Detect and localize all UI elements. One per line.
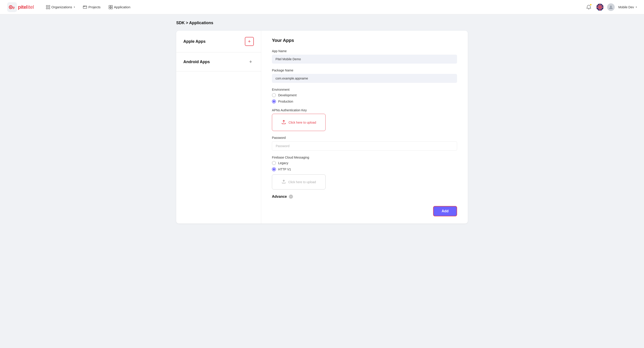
language-flag[interactable]	[596, 4, 604, 11]
projects-icon	[83, 5, 87, 9]
radio-legacy[interactable]: Legacy	[272, 161, 457, 165]
password-group: Password	[272, 136, 457, 151]
apns-group: APNs Authentication Key Click here to up…	[272, 108, 457, 131]
form-area: Your Apps App Name Package Name Environm…	[261, 31, 468, 224]
nav-item-organizations[interactable]: Organizations ▾	[43, 3, 78, 11]
password-input[interactable]	[272, 141, 457, 151]
svg-point-2	[10, 7, 12, 8]
radio-circle-legacy	[272, 161, 276, 165]
radio-development[interactable]: Development	[272, 93, 457, 97]
svg-rect-5	[46, 8, 48, 9]
radio-production[interactable]: Production	[272, 99, 457, 103]
radio-label-legacy: Legacy	[278, 161, 288, 165]
fcm-upload-text: Click here to upload	[288, 180, 316, 184]
nav-label-application: Application	[114, 5, 130, 9]
content-area: Apple Apps + Android Apps + Your Apps Ap…	[176, 31, 468, 224]
password-label: Password	[272, 136, 457, 139]
sidebar-item-apple-apps[interactable]: Apple Apps +	[176, 31, 261, 52]
fcm-upload-icon	[282, 179, 286, 185]
form-footer: Add	[272, 206, 457, 216]
apple-apps-add-button[interactable]: +	[245, 37, 254, 46]
notification-button[interactable]	[585, 3, 593, 11]
breadcrumb: SDK > Applications	[176, 21, 468, 25]
organizations-icon	[46, 5, 50, 9]
nav-item-application[interactable]: Application	[106, 3, 134, 11]
app-name-label: App Name	[272, 49, 457, 53]
apns-upload-box[interactable]: Click here to upload	[272, 114, 326, 131]
svg-text:p: p	[13, 6, 15, 9]
svg-rect-4	[46, 5, 48, 7]
apns-upload-text: Click here to upload	[288, 121, 316, 124]
svg-rect-12	[109, 5, 110, 7]
advance-label: Advance	[272, 195, 287, 199]
svg-rect-7	[48, 8, 50, 9]
add-submit-button[interactable]: Add	[433, 206, 457, 216]
environment-radio-group: Development Production	[272, 93, 457, 103]
organizations-chevron: ▾	[74, 6, 75, 8]
nav-label-projects: Projects	[88, 5, 100, 9]
nav-label-organizations: Organizations	[52, 5, 72, 9]
advance-info-icon[interactable]	[289, 194, 293, 199]
sidebar-item-android-apps[interactable]: Android Apps +	[176, 52, 261, 71]
logo-suffix: itel	[28, 4, 34, 10]
page: SDK > Applications Apple Apps + Android …	[166, 14, 478, 230]
app-name-group: App Name	[272, 49, 457, 64]
android-apps-label: Android Apps	[183, 60, 210, 64]
apns-upload-icon	[281, 119, 286, 125]
radio-label-production: Production	[278, 100, 293, 103]
radio-circle-http-v1	[272, 167, 276, 171]
logo[interactable]: p pitel itel	[7, 2, 34, 12]
nav-right: Mobile Dev ▾	[585, 3, 637, 11]
svg-rect-15	[111, 8, 112, 9]
radio-circle-development	[272, 93, 276, 97]
plus-icon-red: +	[248, 39, 251, 44]
user-name: Mobile Dev	[618, 5, 634, 9]
radio-http-v1[interactable]: HTTP V1	[272, 167, 457, 171]
user-menu[interactable]: Mobile Dev ▾	[618, 5, 637, 9]
user-menu-chevron: ▾	[636, 6, 637, 8]
nav-item-projects[interactable]: Projects	[80, 3, 104, 11]
radio-label-development: Development	[278, 93, 297, 97]
form-title: Your Apps	[272, 38, 457, 43]
advance-row: Advance	[272, 194, 457, 199]
svg-point-19	[291, 196, 291, 196]
package-name-group: Package Name	[272, 69, 457, 83]
apple-apps-label: Apple Apps	[183, 39, 206, 44]
fcm-label: Firebase Cloud Messaging	[272, 156, 457, 159]
svg-point-10	[84, 6, 84, 7]
app-name-input[interactable]	[272, 55, 457, 64]
nav-items: Organizations ▾ Projects	[43, 3, 585, 11]
navbar: p pitel itel Organizations ▾	[0, 0, 644, 14]
fcm-upload-box[interactable]: Click here to upload	[272, 175, 326, 190]
user-avatar	[607, 3, 615, 11]
plus-icon-plain: +	[249, 59, 252, 65]
svg-rect-14	[109, 8, 110, 9]
package-name-input[interactable]	[272, 74, 457, 83]
android-apps-add-button[interactable]: +	[248, 59, 254, 65]
environment-group: Environment Development Production	[272, 88, 457, 103]
svg-rect-6	[48, 5, 50, 7]
sidebar: Apple Apps + Android Apps +	[176, 31, 261, 224]
svg-point-11	[84, 6, 85, 7]
apns-label: APNs Authentication Key	[272, 108, 457, 112]
radio-label-http-v1: HTTP V1	[278, 167, 291, 171]
fcm-radio-group: Legacy HTTP V1	[272, 161, 457, 171]
logo-text: pitel	[18, 4, 28, 10]
svg-rect-13	[111, 5, 112, 7]
radio-circle-production	[272, 99, 276, 103]
application-icon	[109, 5, 113, 9]
environment-label: Environment	[272, 88, 457, 91]
notification-dot	[590, 4, 592, 6]
package-name-label: Package Name	[272, 69, 457, 72]
fcm-group: Firebase Cloud Messaging Legacy HTTP V1	[272, 156, 457, 190]
svg-point-17	[610, 6, 612, 8]
